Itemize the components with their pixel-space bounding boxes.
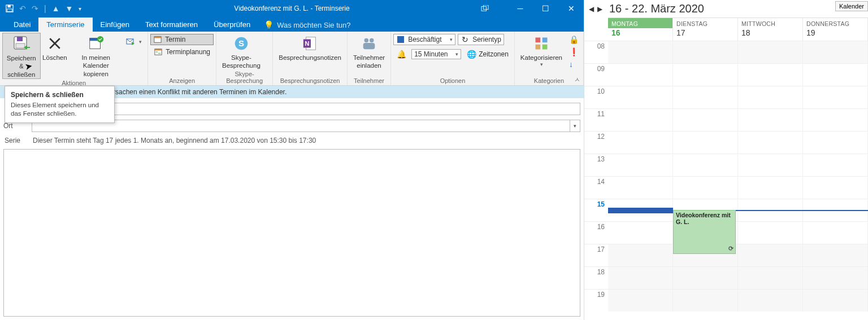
time-cell[interactable] [673,41,738,63]
time-cell[interactable] [803,154,868,176]
time-cell[interactable] [803,290,868,312]
time-cell[interactable] [673,290,738,312]
time-cell[interactable] [803,64,868,86]
time-cell[interactable] [803,244,868,266]
tab-einfuegen[interactable]: Einfügen [93,17,137,32]
invite-attendees-button[interactable]: Teilnehmer einladen [350,33,388,70]
time-cell[interactable] [673,177,738,199]
termin-button[interactable]: Termin [150,34,214,45]
tab-datei[interactable]: Datei [6,17,38,32]
time-cell[interactable] [803,177,868,199]
collapse-ribbon-icon[interactable]: ㅅ [574,76,580,84]
save-icon[interactable] [6,5,14,12]
prev-week-button[interactable]: ◀ [588,5,595,13]
undo-icon[interactable]: ↶ [19,4,26,13]
time-cell[interactable] [608,267,673,289]
group-optionen: Beschäftigt ▾ ↻ Serientyp 🔔 1 [391,32,515,85]
time-cell[interactable] [673,109,738,131]
tab-textformatieren[interactable]: Text formatieren [137,17,206,32]
reminder-dropdown[interactable]: 15 Minuten ▾ [411,49,461,59]
time-cell[interactable] [608,131,673,154]
time-cell[interactable] [803,267,868,289]
private-icon[interactable]: 🔒 [569,35,579,44]
next-item-icon[interactable]: ▼ [66,4,73,13]
tell-me-search[interactable]: 💡 Was möchten Sie tun? [264,20,350,32]
time-cell[interactable] [803,86,868,108]
terminplanung-button[interactable]: Terminplanung [150,46,214,58]
time-cell[interactable] [738,290,803,312]
hour-row: 19 [584,289,868,312]
time-cell[interactable] [738,41,803,63]
redo-icon[interactable]: ↷ [32,4,38,13]
copy-calendar-icon [87,34,105,52]
time-cell[interactable] [738,244,803,266]
categorize-button[interactable]: Kategorisieren ▾ [517,33,566,68]
day-header[interactable]: MITTWOCH18 [738,18,803,41]
time-cell[interactable] [738,177,803,199]
svg-rect-18 [156,51,158,52]
time-cell[interactable] [608,86,673,108]
time-cell[interactable] [673,86,738,108]
copy-to-calendar-button[interactable]: In meinen Kalender kopieren [69,33,123,78]
skype-meeting-button[interactable]: S Skype- Besprechung [219,33,264,70]
body-editor[interactable] [3,149,580,317]
recurrence-button[interactable]: ↻ Serientyp [458,34,504,45]
show-as-dropdown[interactable]: Beschäftigt ▾ [393,34,455,45]
time-cell[interactable] [803,41,868,63]
time-cell[interactable] [738,86,803,108]
timezones-button[interactable]: 🌐 Zeitzonen [463,49,512,60]
forward-dropdown[interactable]: ▾ [123,33,145,47]
tab-ueberpruefen[interactable]: Überprüfen [206,17,258,32]
maximize-button[interactable]: ☐ [533,0,558,17]
time-cell[interactable] [608,222,673,244]
time-cell[interactable] [738,109,803,131]
close-button[interactable]: ✕ [558,0,584,17]
next-week-button[interactable]: ▶ [596,5,604,13]
minimize-button[interactable]: ─ [507,0,533,17]
onenote-icon: N [301,34,319,52]
svg-rect-29 [542,38,548,43]
previous-item-icon[interactable]: ▲ [52,4,60,13]
time-cell[interactable] [803,222,868,244]
time-cell[interactable] [738,222,803,244]
time-cell[interactable] [608,41,673,63]
calendar-event[interactable]: Videokonferenz mit G. L.⟳ [673,210,736,254]
scheduling-icon [154,47,163,56]
time-cell[interactable] [673,267,738,289]
time-cell[interactable] [608,177,673,199]
time-cell[interactable] [738,131,803,154]
time-cell[interactable] [608,64,673,86]
high-importance-icon[interactable]: ❗ [569,47,579,56]
day-name: MONTAG [608,18,672,28]
location-dropdown-icon[interactable]: ▾ [570,120,580,131]
time-cell[interactable] [608,290,673,312]
popout-icon[interactable] [474,0,496,17]
day-header[interactable]: DIENSTAG17 [673,18,738,41]
low-importance-icon[interactable]: ↓ [569,60,579,69]
save-and-close-button[interactable]: Speichern & schließen [2,33,41,79]
time-cell[interactable] [738,64,803,86]
calendar-dropdown[interactable]: Kalender [835,1,868,11]
time-cell[interactable] [673,131,738,154]
reminder-icon-btn[interactable]: 🔔 [393,49,409,60]
hour-grid[interactable]: 080910111213141516171819Videokonferenz m… [584,41,868,312]
tab-terminserie[interactable]: Terminserie [38,17,92,32]
time-cell[interactable] [673,154,738,176]
time-cell[interactable] [673,64,738,86]
copy-calendar-label: In meinen Kalender kopieren [72,54,119,78]
time-cell[interactable] [608,154,673,176]
time-cell[interactable] [608,109,673,131]
time-cell[interactable] [738,154,803,176]
qat-dropdown-icon[interactable]: ▾ [79,6,81,12]
day-header[interactable]: DONNERSTAG19 [803,18,868,41]
time-cell[interactable] [608,244,673,266]
day-header[interactable]: MONTAG16 [608,18,673,41]
group-anzeigen-label: Anzeigen [150,77,214,85]
hour-label: 17 [584,244,608,266]
svg-rect-4 [483,5,488,10]
time-cell[interactable] [803,131,868,154]
time-cell[interactable] [738,267,803,289]
time-cell[interactable] [803,109,868,131]
meeting-notes-button[interactable]: N Besprechungsnotizen [275,33,345,62]
delete-button[interactable]: Löschen [41,33,70,62]
